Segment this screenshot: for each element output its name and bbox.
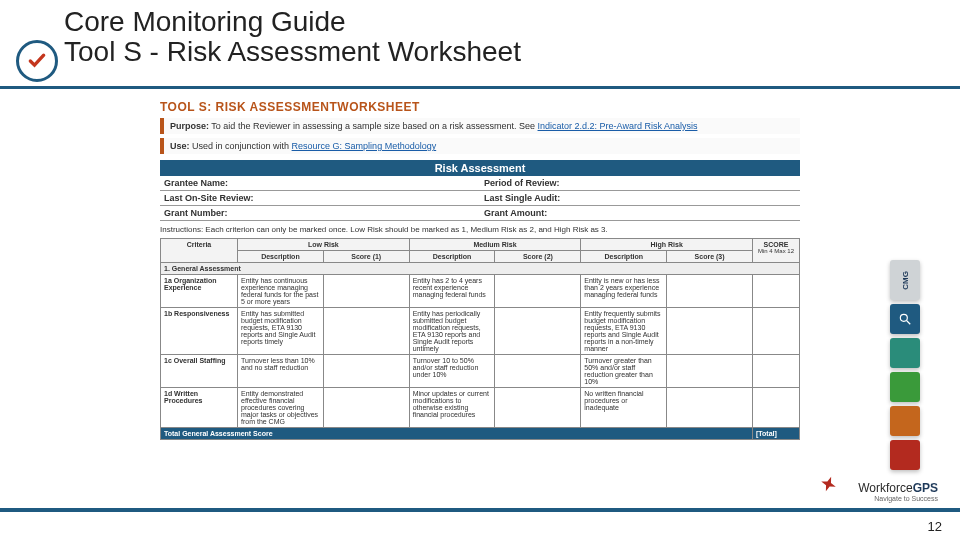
period-value [640,176,800,191]
tab-teal[interactable] [890,338,920,368]
row-criteria: 1b Responsiveness [161,308,238,355]
tab-cmg[interactable]: CMG [890,260,920,300]
row-high-desc: No written financial procedures or inade… [581,388,667,428]
slide-title-line1: Core Monitoring Guide [64,6,960,38]
row-high-desc: Turnover greater than 50% and/or staff r… [581,355,667,388]
row-s1 [323,308,409,355]
table-row: 1a Organization ExperienceEntity has con… [161,275,800,308]
slide-title-line2: Tool S - Risk Assessment Worksheet [64,36,960,68]
tab-green[interactable] [890,372,920,402]
use-text: Used in conjunction with [192,141,292,151]
row-criteria: 1a Organization Experience [161,275,238,308]
row-s2 [495,308,581,355]
col-criteria: Criteria [161,239,238,263]
col-s3: Score (3) [667,251,753,263]
table-row: 1c Overall StaffingTurnover less than 10… [161,355,800,388]
row-high-desc: Entity is new or has less than 2 years e… [581,275,667,308]
row-score [753,355,800,388]
row-low-desc: Entity demonstrated effective financial … [238,388,324,428]
col-low: Low Risk [238,239,410,251]
row-s3 [667,355,753,388]
table-row: 1b ResponsivenessEntity has submitted bu… [161,308,800,355]
audit-value [640,191,800,206]
purpose-label: Purpose: [170,121,209,131]
row-low-desc: Entity has continuous experience managin… [238,275,324,308]
tab-red[interactable] [890,440,920,470]
purpose-text: To aid the Reviewer in assessing a sampl… [211,121,537,131]
purpose-callout: Purpose: To aid the Reviewer in assessin… [160,118,800,134]
row-low-desc: Turnover less than 10% and no staff redu… [238,355,324,388]
row-s3 [667,275,753,308]
row-criteria: 1c Overall Staffing [161,355,238,388]
logo-tagline: Navigate to Success [858,495,938,502]
row-med-desc: Entity has 2 to 4 years recent experienc… [409,275,495,308]
col-score: SCORE Min 4 Max 12 [753,239,800,263]
col-high: High Risk [581,239,753,251]
col-high-desc: Description [581,251,667,263]
audit-label: Last Single Audit: [480,191,640,206]
risk-matrix-table: Criteria Low Risk Medium Risk High Risk … [160,238,800,440]
row-low-desc: Entity has submitted budget modification… [238,308,324,355]
row-s1 [323,275,409,308]
svg-line-1 [907,321,911,325]
worksheet-title: TOOL S: RISK ASSESSMENTWORKSHEET [160,100,800,114]
col-s1: Score (1) [323,251,409,263]
footer-rule [0,508,960,512]
instructions-text: Instructions: Each criterion can only be… [160,225,800,234]
row-criteria: 1d Written Procedures [161,388,238,428]
side-tabs: CMG [890,260,920,474]
table-row: 1d Written ProceduresEntity demonstrated… [161,388,800,428]
row-s1 [323,388,409,428]
amount-label: Grant Amount: [480,206,640,221]
row-med-desc: Entity has periodically submitted budget… [409,308,495,355]
row-med-desc: Minor updates or current modifications t… [409,388,495,428]
row-s2 [495,388,581,428]
period-label: Period of Review: [480,176,640,191]
purpose-link[interactable]: Indicator 2.d.2: Pre-Award Risk Analysis [538,121,698,131]
row-s2 [495,275,581,308]
lastreview-value [320,191,480,206]
compass-icon [818,472,840,494]
row-high-desc: Entity frequently submits budget modific… [581,308,667,355]
workforcegps-logo: WorkforceGPS Navigate to Success [858,481,938,502]
col-s2: Score (2) [495,251,581,263]
grantee-label: Grantee Name: [160,176,320,191]
use-callout: Use: Used in conjunction with Resource G… [160,138,800,154]
row-s1 [323,355,409,388]
total-label: Total General Assessment Score [161,428,753,440]
grantno-value [320,206,480,221]
header-rule [0,86,960,89]
use-label: Use: [170,141,190,151]
total-cell: [Total] [753,428,800,440]
svg-point-0 [900,314,907,321]
tab-orange[interactable] [890,406,920,436]
row-score [753,275,800,308]
slide-header: Core Monitoring Guide Tool S - Risk Asse… [0,0,960,68]
amount-value [640,206,800,221]
search-icon [898,312,912,326]
row-s2 [495,355,581,388]
col-med: Medium Risk [409,239,581,251]
row-score [753,308,800,355]
section-general: 1. General Assessment [161,263,800,275]
page-number: 12 [928,519,942,534]
col-low-desc: Description [238,251,324,263]
risk-assessment-header: Risk Assessment [160,160,800,176]
row-s3 [667,308,753,355]
tab-search[interactable] [890,304,920,334]
worksheet-document: TOOL S: RISK ASSESSMENTWORKSHEET Purpose… [160,100,800,440]
row-med-desc: Turnover 10 to 50% and/or staff reductio… [409,355,495,388]
lastreview-label: Last On-Site Review: [160,191,320,206]
grantno-label: Grant Number: [160,206,320,221]
grantee-value [320,176,480,191]
row-s3 [667,388,753,428]
use-link[interactable]: Resource G: Sampling Methodology [292,141,437,151]
col-med-desc: Description [409,251,495,263]
metadata-table: Grantee Name: Period of Review: Last On-… [160,176,800,221]
row-score [753,388,800,428]
